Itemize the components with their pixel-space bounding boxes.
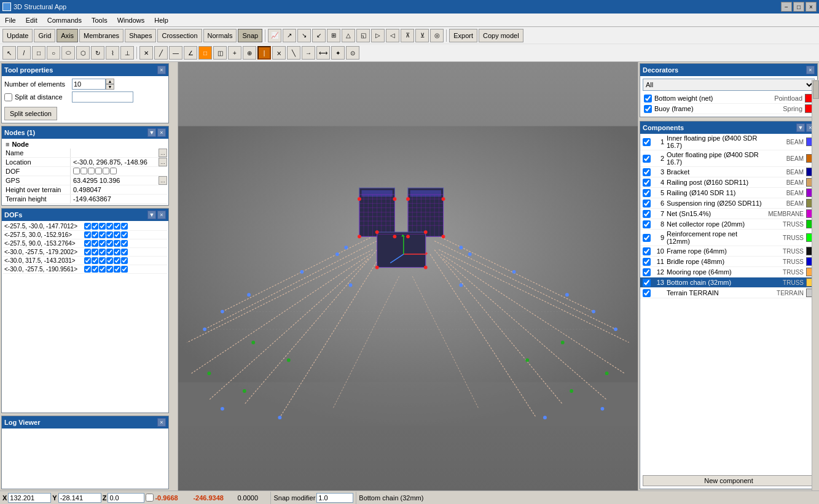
log-viewer-close[interactable]: × [157,418,166,427]
dofs-close[interactable]: × [157,211,166,219]
tool-rect[interactable]: □ [32,46,45,60]
toolbar-icon-graph6[interactable]: △ [342,29,355,42]
dof-cb6[interactable] [110,168,117,174]
toolbar-grid[interactable]: Grid [34,29,55,42]
list-item[interactable]: 5Railing (Ø140 SDR 11)BEAM [640,188,817,198]
tool-wavy[interactable]: ⌇ [106,46,119,60]
tool-circle[interactable]: ○ [47,46,60,60]
toolbar-axis[interactable]: Axis [57,29,78,42]
list-item[interactable]: 7Net (Sn15.4%)MEMBRANE [640,209,817,219]
list-item[interactable]: 1Inner floating pipe (Ø400 SDR 16.7)BEAM [640,134,817,150]
tool-slash2[interactable]: ╲ [287,46,300,60]
tool-arrow2[interactable]: → [302,46,315,60]
split-distance-checkbox[interactable] [4,93,12,101]
list-item[interactable]: <-257.5, 90.0, -153.2764> [3,239,167,248]
toolbar-update[interactable]: Update [2,29,33,42]
snap-modifier-input[interactable] [316,493,353,503]
tool-star[interactable]: ✦ [331,46,345,60]
list-item[interactable]: 12Mooring rope (64mm)TRUSS [640,267,817,277]
x-input[interactable] [8,493,51,503]
menu-tools[interactable]: Tools [87,15,112,25]
list-item[interactable]: Bottom weight (net)Pointload [643,93,815,104]
toolbar-icon-graph3[interactable]: ↘ [297,29,311,42]
node-location-btn[interactable]: … [159,158,167,166]
list-item[interactable]: 2Outer floating pipe (Ø400 SDR 16.7)BEAM [640,150,817,167]
list-item[interactable]: Terrain TERRAINTERRAIN [640,288,817,298]
tool-x[interactable]: ✕ [139,46,153,60]
dofs-collapse[interactable]: ▼ [147,211,156,219]
list-item[interactable]: Buoy (frame)Spring [643,104,815,114]
decorators-filter-select[interactable]: All [643,79,815,91]
list-item[interactable]: 4Railing post (Ø160 SDR11)BEAM [640,177,817,188]
node-name-btn[interactable]: … [159,149,167,157]
tool-pencil[interactable]: / [17,46,31,60]
tool-ellipse[interactable]: ⬭ [61,46,75,60]
toolbar-icon-graph7[interactable]: ◱ [356,29,370,42]
tool-active-orange[interactable]: | [257,46,271,60]
menu-file[interactable]: File [0,15,21,25]
split-distance-label[interactable]: Split at distance [4,93,72,101]
tool-slash[interactable]: ╱ [154,46,168,60]
toolbar-icon-graph2[interactable]: ↗ [283,29,296,42]
toolbar-crossection[interactable]: Crossection [157,29,202,42]
tool-orange-box[interactable]: □ [198,46,212,60]
toolbar-icon-graph5[interactable]: ⊞ [327,29,340,42]
num-elements-down[interactable]: ▼ [106,84,114,90]
tool-arrow[interactable]: ↖ [2,46,16,60]
dof-cb3[interactable] [88,168,95,174]
toolbar-icon-graph10[interactable]: ⊼ [401,29,414,42]
tool-strikethrough[interactable]: ⨯ [272,46,286,60]
tool-measure[interactable]: ⟷ [316,46,330,60]
dof-cb4[interactable] [95,168,102,174]
dof-cb1[interactable] [73,168,80,174]
menu-commands[interactable]: Commands [42,15,87,25]
list-item[interactable]: <-257.5, 30.0, -152.916> [3,231,167,239]
minimize-button[interactable]: − [781,2,792,12]
list-item[interactable]: 3BracketBEAM [640,167,817,177]
toolbar-icon-graph4[interactable]: ↙ [312,29,326,42]
split-distance-input[interactable] [72,91,133,103]
components-collapse[interactable]: ▼ [796,123,805,132]
tool-split[interactable]: ⊥ [120,46,134,60]
close-button[interactable]: × [805,2,817,12]
toolbar-membranes[interactable]: Membranes [79,29,123,42]
tool-properties-close[interactable]: × [157,66,166,74]
list-item[interactable]: <-30.0, -257.5, -179.2002> [3,248,167,257]
split-selection-button[interactable]: Split selection [4,107,57,120]
z-input[interactable] [108,493,144,503]
list-item[interactable]: 8Net collector rope (20mm)TRUSS [640,219,817,230]
decorators-close[interactable]: × [806,66,815,74]
menu-edit[interactable]: Edit [21,15,42,25]
dof-checkboxes[interactable] [73,168,165,174]
toolbar-normals[interactable]: Normals [203,29,237,42]
toolbar-export[interactable]: Export [449,29,477,42]
new-component-button[interactable]: New component [643,475,815,486]
dof-cb2[interactable] [80,168,87,174]
decorators-filter[interactable]: All [643,79,815,91]
toolbar-icon-graph12[interactable]: ◎ [430,29,444,42]
num-elements-input[interactable] [72,79,106,90]
titlebar-controls[interactable]: − □ × [781,2,817,12]
tool-angle[interactable]: ∠ [184,46,197,60]
dofs-controls[interactable]: ▼ × [147,211,166,219]
tool-properties-controls[interactable]: × [157,66,166,74]
toolbar-icon-graph11[interactable]: ⊻ [415,29,429,42]
toolbar-shapes[interactable]: Shapes [125,29,156,42]
tool-rotate[interactable]: ↻ [91,46,104,60]
y-input[interactable] [58,493,101,503]
tool-polygon[interactable]: ⬡ [76,46,90,60]
viewport[interactable] [178,62,638,490]
node-gps-btn[interactable]: … [159,176,167,185]
tool-square2[interactable]: ◫ [213,46,227,60]
menu-windows[interactable]: Windows [112,15,150,25]
nodes-controls[interactable]: ▼ × [147,128,166,137]
num-elements-spin-btns[interactable]: ▲ ▼ [106,79,114,90]
menu-help[interactable]: Help [149,15,173,25]
list-item[interactable]: <-257.5, -30.0, -147.7012> [3,222,167,231]
toolbar-icon-graph8[interactable]: ▷ [371,29,385,42]
decorators-controls[interactable]: × [806,66,815,74]
tool-lasso[interactable]: ⊙ [346,46,359,60]
tool-add-node[interactable]: + [228,46,241,60]
toolbar-icon-graph9[interactable]: ◁ [386,29,399,42]
num-elements-spin[interactable]: ▲ ▼ [72,79,114,90]
